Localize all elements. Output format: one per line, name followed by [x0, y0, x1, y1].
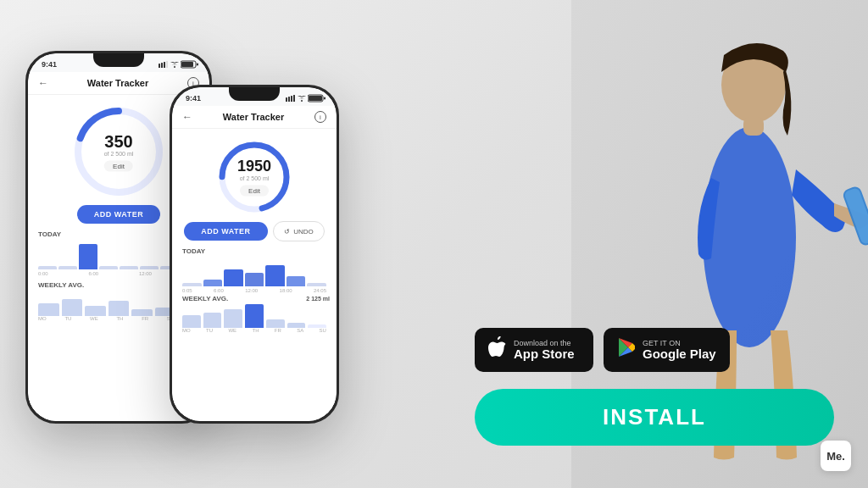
phone-front-notch [229, 87, 280, 101]
water-circle-front: 1950 of 2 500 ml Edit [216, 139, 292, 215]
svg-rect-6 [181, 62, 193, 67]
install-button[interactable]: INSTALL [475, 389, 834, 446]
svg-rect-2 [164, 62, 165, 68]
undo-button-front[interactable]: ↺ UNDO [273, 221, 325, 241]
svg-rect-12 [291, 96, 292, 102]
undo-icon: ↺ [284, 228, 290, 236]
chart-bars-front [179, 257, 330, 286]
app-store-main: App Store [514, 347, 575, 362]
svg-rect-3 [166, 61, 168, 68]
phone-back-notch [93, 53, 144, 67]
phone-back-status-icons [159, 60, 199, 69]
water-circle-back: 350 of 2 500 ml Edit [72, 105, 165, 198]
weekly-labels-front: MO TU WE TH FR SA SU [179, 328, 330, 333]
undo-label: UNDO [293, 228, 314, 236]
cta-section: Download on the App Store GET IT ON Goog… [441, 0, 868, 488]
svg-rect-11 [288, 97, 290, 102]
edit-button-front[interactable]: Edit [240, 185, 269, 196]
back-arrow-icon-front: ← [182, 111, 192, 123]
back-arrow-icon: ← [38, 77, 48, 89]
edit-button-back[interactable]: Edit [104, 161, 133, 172]
phone-front-status-bar: 9:41 [172, 87, 337, 106]
app-store-button[interactable]: Download on the App Store [475, 328, 593, 372]
svg-rect-10 [286, 97, 287, 102]
svg-rect-16 [309, 96, 322, 101]
phone-front-time: 9:41 [182, 94, 201, 103]
svg-rect-17 [324, 97, 326, 100]
svg-rect-13 [293, 95, 295, 102]
chart-labels-front: 0:05 6:00 12:00 18:00 24:05 [179, 288, 330, 293]
google-play-main: Google Play [643, 347, 716, 362]
google-play-icon [617, 337, 636, 363]
weekly-label-front: WEEKLY AVG. [179, 295, 228, 302]
svg-rect-7 [197, 64, 198, 66]
store-buttons: Download on the App Store GET IT ON Goog… [475, 328, 834, 372]
phone-front-content: 1950 of 2 500 ml Edit ADD WATER ↺ UNDO T… [172, 129, 337, 421]
weekly-label-back: WEEKLY AVG. [35, 281, 84, 289]
water-amount-front: 1950 [237, 158, 271, 175]
add-water-button-front[interactable]: ADD WATER [184, 222, 267, 241]
google-play-text: GET IT ON Google Play [643, 339, 716, 362]
circle-inner-front: 1950 of 2 500 ml Edit [237, 158, 271, 197]
svg-rect-1 [161, 63, 163, 68]
water-unit-front: of 2 500 ml [237, 175, 271, 180]
water-unit-back: of 2 500 ml [104, 151, 134, 157]
svg-point-4 [174, 66, 175, 68]
app-store-text: Download on the App Store [514, 339, 575, 362]
phone-back-title: Water Tracker [87, 78, 148, 88]
today-chart-front: 0:05 6:00 12:00 18:00 24:05 [179, 257, 330, 295]
weekly-avg-value: 2 125 ml [306, 296, 330, 302]
phone-front: 9:41 ← Water Tracker i 1950 of 2 500 ml [170, 85, 339, 424]
action-buttons-front: ADD WATER ↺ UNDO [184, 219, 324, 244]
phone-back-status-bar: 9:41 [28, 53, 209, 72]
info-icon-front: i [314, 111, 326, 123]
weekly-header-front: WEEKLY AVG. 2 125 ml [179, 295, 330, 302]
circle-inner-back: 350 of 2 500 ml Edit [104, 132, 134, 172]
phone-front-header: ← Water Tracker i [172, 106, 337, 129]
phone-front-title: Water Tracker [223, 112, 284, 122]
phone-front-status-icons [286, 94, 326, 103]
svg-point-14 [301, 100, 303, 102]
google-play-button[interactable]: GET IT ON Google Play [604, 328, 730, 372]
today-label-front: TODAY [179, 247, 205, 255]
weekly-bars-front [179, 302, 330, 328]
svg-rect-0 [159, 64, 160, 68]
apple-icon [488, 336, 507, 363]
phone-back-time: 9:41 [38, 60, 57, 69]
add-water-button-back[interactable]: ADD WATER [77, 205, 160, 224]
water-amount-back: 350 [104, 132, 134, 151]
today-label-back: TODAY [35, 230, 61, 238]
